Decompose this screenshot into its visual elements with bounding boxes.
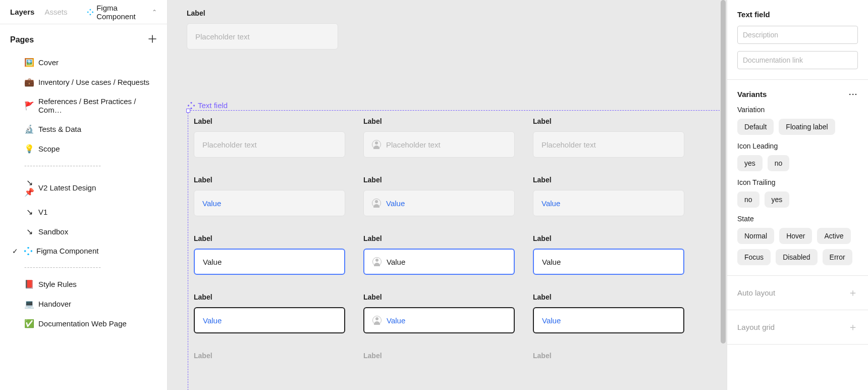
tab-layers[interactable]: Layers — [10, 8, 34, 16]
input-text: Value — [541, 199, 560, 208]
frame-title[interactable]: Text field — [188, 101, 228, 110]
field-label: Label — [194, 352, 345, 360]
chips-icon-trailing: no yes — [737, 191, 858, 208]
page-item-references[interactable]: 🚩 References / Best Practices / Com… — [0, 92, 167, 119]
page-item-v2[interactable]: ↘ 📌 V2 Latest Design — [0, 173, 167, 202]
input-text: Value — [202, 199, 221, 208]
page-item-cover[interactable]: 🖼️ Cover — [0, 53, 167, 72]
page-label: V2 Latest Design — [38, 183, 96, 192]
text-field[interactable]: Placeholder text — [363, 131, 515, 158]
chip-no[interactable]: no — [737, 191, 760, 208]
input-text: Value — [386, 199, 405, 208]
text-field[interactable]: Value — [363, 307, 515, 333]
chip-default[interactable]: Default — [737, 119, 774, 135]
text-field[interactable]: Value — [194, 249, 345, 275]
page-item-tests[interactable]: 🔬 Tests & Data — [0, 119, 167, 139]
page-divider: --------------------------- — [0, 260, 167, 274]
svg-rect-0 — [90, 9, 91, 10]
chips-variation: Default Floating label — [737, 119, 858, 135]
page-list: 🖼️ Cover 💼 Inventory / Use cases / Reque… — [0, 51, 167, 333]
variant-cell[interactable]: Label Value — [533, 176, 684, 216]
chip-normal[interactable]: Normal — [737, 228, 774, 244]
tab-assets[interactable]: Assets — [44, 8, 67, 16]
page-item-sandbox[interactable]: ↘ Sandbox — [0, 222, 167, 241]
variant-cell[interactable]: Label — [363, 352, 515, 366]
plus-icon[interactable]: ＋ — [848, 320, 858, 334]
add-page-button[interactable] — [148, 34, 157, 45]
page-icon: 💡 — [24, 144, 34, 154]
canvas[interactable]: Label Placeholder text Text field Label … — [168, 0, 727, 390]
page-icon: 💼 — [24, 77, 34, 87]
selection-handle[interactable] — [186, 109, 190, 113]
layout-grid-row[interactable]: Layout grid ＋ — [727, 310, 868, 345]
chips-state: Normal Hover Active Focus Disabled Error — [737, 228, 858, 265]
user-icon — [372, 257, 382, 266]
page-item-v1[interactable]: ↘ V1 — [0, 202, 167, 222]
field-label: Label — [363, 293, 515, 301]
doc-link-input[interactable]: Documentation link — [737, 51, 858, 69]
plus-icon[interactable]: ＋ — [848, 286, 858, 300]
text-field[interactable]: Placeholder text — [533, 131, 684, 158]
chip-hover[interactable]: Hover — [779, 228, 812, 244]
variant-cell[interactable]: Label Placeholder text — [194, 117, 345, 158]
field-label: Label — [533, 117, 684, 125]
variant-cell[interactable]: Label Value — [194, 176, 345, 216]
svg-rect-2 — [87, 11, 89, 13]
page-item-documentation[interactable]: ✅ Documentation Web Page — [0, 314, 167, 333]
variant-cell[interactable]: Label Value — [194, 234, 345, 275]
text-field-placeholder[interactable]: Placeholder text — [187, 23, 338, 50]
chip-no[interactable]: no — [768, 155, 790, 171]
layout-grid-label: Layout grid — [737, 323, 775, 331]
variant-cell[interactable]: Label Value — [363, 234, 515, 275]
chip-active[interactable]: Active — [817, 228, 850, 244]
text-field[interactable]: Value — [363, 249, 515, 275]
page-item-style-rules[interactable]: 📕 Style Rules — [0, 274, 167, 294]
vertical-scrollbar[interactable] — [721, 0, 726, 344]
component-title: Text field — [737, 10, 858, 19]
variant-cell[interactable]: Label — [194, 352, 345, 366]
text-field[interactable]: Value — [363, 190, 515, 216]
chip-disabled[interactable]: Disabled — [776, 249, 817, 265]
variants-menu-button[interactable]: ··· — [849, 90, 858, 99]
field-label: Label — [363, 352, 515, 360]
chip-error[interactable]: Error — [823, 249, 852, 265]
page-item-handover[interactable]: 💻 Handover — [0, 294, 167, 314]
variant-cell[interactable]: Label Placeholder text — [533, 117, 684, 158]
page-icon: ↘ — [24, 207, 34, 217]
field-label: Label — [363, 176, 515, 184]
text-field[interactable]: Value — [194, 190, 345, 216]
auto-layout-row[interactable]: Auto layout ＋ — [727, 276, 868, 310]
page-icon: ↘ 📌 — [24, 178, 34, 197]
text-field[interactable]: Value — [533, 190, 684, 216]
plus-icon — [148, 34, 157, 43]
page-item-figma-component[interactable]: ✓ Figma Component — [0, 241, 167, 260]
frame-title-label: Text field — [198, 101, 228, 110]
description-input[interactable]: Description — [737, 26, 858, 44]
variant-cell[interactable]: Label — [533, 352, 684, 366]
svg-rect-9 — [190, 107, 192, 109]
variant-cell[interactable]: Label Value — [533, 293, 684, 333]
chip-yes[interactable]: yes — [765, 191, 790, 208]
text-field[interactable]: Value — [194, 307, 345, 333]
page-item-scope[interactable]: 💡 Scope — [0, 139, 167, 159]
chip-floating-label[interactable]: Floating label — [779, 119, 835, 135]
chips-icon-leading: yes no — [737, 155, 858, 171]
chip-yes[interactable]: yes — [737, 155, 763, 171]
input-text: Value — [203, 258, 222, 266]
page-item-inventory[interactable]: 💼 Inventory / Use cases / Requests — [0, 72, 167, 92]
variant-cell[interactable]: Label Value — [363, 176, 515, 216]
variant-cell[interactable]: Label Value — [363, 293, 515, 333]
text-field[interactable]: Placeholder text — [194, 131, 345, 158]
variant-cell[interactable]: Label Placeholder text — [363, 117, 515, 158]
component-breadcrumb[interactable]: Figma Component ⌃ — [87, 4, 157, 21]
variant-cell[interactable]: Label Value — [533, 234, 684, 275]
text-field[interactable]: Value — [533, 307, 684, 333]
input-text: Placeholder text — [202, 140, 257, 149]
left-panel: Layers Assets Figma Component ⌃ Pages 🖼️… — [0, 0, 168, 390]
text-field[interactable]: Value — [533, 249, 684, 275]
page-icon: ✅ — [24, 319, 34, 328]
variant-cell[interactable]: Label Value — [194, 293, 345, 333]
variant-solo[interactable]: Label Placeholder text — [187, 9, 338, 50]
page-label: Tests & Data — [38, 125, 81, 133]
chip-focus[interactable]: Focus — [737, 249, 771, 265]
